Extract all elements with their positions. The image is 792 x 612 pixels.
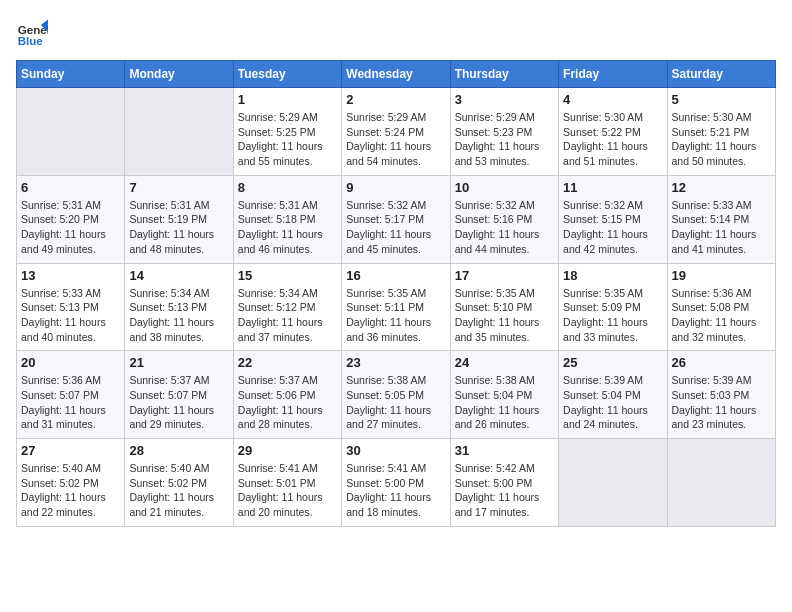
calendar-cell: 7Sunrise: 5:31 AMSunset: 5:19 PMDaylight… [125,175,233,263]
col-header-tuesday: Tuesday [233,61,341,88]
day-number: 29 [238,443,337,458]
calendar-cell: 28Sunrise: 5:40 AMSunset: 5:02 PMDayligh… [125,439,233,527]
col-header-friday: Friday [559,61,667,88]
calendar-cell: 12Sunrise: 5:33 AMSunset: 5:14 PMDayligh… [667,175,775,263]
calendar-week-4: 20Sunrise: 5:36 AMSunset: 5:07 PMDayligh… [17,351,776,439]
calendar-cell: 19Sunrise: 5:36 AMSunset: 5:08 PMDayligh… [667,263,775,351]
calendar-cell: 13Sunrise: 5:33 AMSunset: 5:13 PMDayligh… [17,263,125,351]
day-info: Sunrise: 5:38 AMSunset: 5:04 PMDaylight:… [455,373,554,432]
day-info: Sunrise: 5:37 AMSunset: 5:07 PMDaylight:… [129,373,228,432]
calendar-cell: 15Sunrise: 5:34 AMSunset: 5:12 PMDayligh… [233,263,341,351]
day-number: 2 [346,92,445,107]
day-number: 19 [672,268,771,283]
day-info: Sunrise: 5:32 AMSunset: 5:16 PMDaylight:… [455,198,554,257]
calendar-week-2: 6Sunrise: 5:31 AMSunset: 5:20 PMDaylight… [17,175,776,263]
day-info: Sunrise: 5:40 AMSunset: 5:02 PMDaylight:… [21,461,120,520]
day-number: 22 [238,355,337,370]
day-info: Sunrise: 5:36 AMSunset: 5:07 PMDaylight:… [21,373,120,432]
day-number: 8 [238,180,337,195]
day-info: Sunrise: 5:35 AMSunset: 5:10 PMDaylight:… [455,286,554,345]
calendar-cell: 23Sunrise: 5:38 AMSunset: 5:05 PMDayligh… [342,351,450,439]
calendar-cell: 26Sunrise: 5:39 AMSunset: 5:03 PMDayligh… [667,351,775,439]
calendar-cell: 2Sunrise: 5:29 AMSunset: 5:24 PMDaylight… [342,88,450,176]
logo: General Blue [16,16,52,48]
day-info: Sunrise: 5:32 AMSunset: 5:17 PMDaylight:… [346,198,445,257]
logo-icon: General Blue [16,16,48,48]
calendar-cell: 9Sunrise: 5:32 AMSunset: 5:17 PMDaylight… [342,175,450,263]
calendar-cell: 10Sunrise: 5:32 AMSunset: 5:16 PMDayligh… [450,175,558,263]
day-info: Sunrise: 5:35 AMSunset: 5:09 PMDaylight:… [563,286,662,345]
day-number: 30 [346,443,445,458]
day-number: 20 [21,355,120,370]
calendar-cell: 22Sunrise: 5:37 AMSunset: 5:06 PMDayligh… [233,351,341,439]
col-header-monday: Monday [125,61,233,88]
day-number: 18 [563,268,662,283]
day-info: Sunrise: 5:34 AMSunset: 5:13 PMDaylight:… [129,286,228,345]
calendar-cell: 1Sunrise: 5:29 AMSunset: 5:25 PMDaylight… [233,88,341,176]
calendar-cell: 27Sunrise: 5:40 AMSunset: 5:02 PMDayligh… [17,439,125,527]
day-number: 25 [563,355,662,370]
day-info: Sunrise: 5:38 AMSunset: 5:05 PMDaylight:… [346,373,445,432]
day-info: Sunrise: 5:30 AMSunset: 5:22 PMDaylight:… [563,110,662,169]
day-number: 27 [21,443,120,458]
day-info: Sunrise: 5:31 AMSunset: 5:19 PMDaylight:… [129,198,228,257]
calendar-cell: 25Sunrise: 5:39 AMSunset: 5:04 PMDayligh… [559,351,667,439]
calendar-cell: 4Sunrise: 5:30 AMSunset: 5:22 PMDaylight… [559,88,667,176]
calendar-cell: 21Sunrise: 5:37 AMSunset: 5:07 PMDayligh… [125,351,233,439]
page-header: General Blue [16,16,776,48]
calendar-cell: 6Sunrise: 5:31 AMSunset: 5:20 PMDaylight… [17,175,125,263]
day-number: 15 [238,268,337,283]
calendar-cell [559,439,667,527]
day-info: Sunrise: 5:40 AMSunset: 5:02 PMDaylight:… [129,461,228,520]
day-info: Sunrise: 5:39 AMSunset: 5:04 PMDaylight:… [563,373,662,432]
day-info: Sunrise: 5:41 AMSunset: 5:01 PMDaylight:… [238,461,337,520]
day-info: Sunrise: 5:41 AMSunset: 5:00 PMDaylight:… [346,461,445,520]
svg-text:Blue: Blue [18,35,44,47]
calendar-cell: 11Sunrise: 5:32 AMSunset: 5:15 PMDayligh… [559,175,667,263]
day-number: 1 [238,92,337,107]
day-number: 21 [129,355,228,370]
day-number: 23 [346,355,445,370]
day-info: Sunrise: 5:29 AMSunset: 5:23 PMDaylight:… [455,110,554,169]
calendar-cell: 3Sunrise: 5:29 AMSunset: 5:23 PMDaylight… [450,88,558,176]
calendar-cell: 30Sunrise: 5:41 AMSunset: 5:00 PMDayligh… [342,439,450,527]
day-info: Sunrise: 5:39 AMSunset: 5:03 PMDaylight:… [672,373,771,432]
day-info: Sunrise: 5:31 AMSunset: 5:18 PMDaylight:… [238,198,337,257]
day-number: 9 [346,180,445,195]
calendar-cell: 18Sunrise: 5:35 AMSunset: 5:09 PMDayligh… [559,263,667,351]
day-number: 16 [346,268,445,283]
calendar-week-3: 13Sunrise: 5:33 AMSunset: 5:13 PMDayligh… [17,263,776,351]
calendar-cell: 24Sunrise: 5:38 AMSunset: 5:04 PMDayligh… [450,351,558,439]
calendar-cell: 8Sunrise: 5:31 AMSunset: 5:18 PMDaylight… [233,175,341,263]
day-number: 7 [129,180,228,195]
day-number: 6 [21,180,120,195]
calendar-cell [667,439,775,527]
calendar-cell [17,88,125,176]
day-info: Sunrise: 5:29 AMSunset: 5:24 PMDaylight:… [346,110,445,169]
day-info: Sunrise: 5:42 AMSunset: 5:00 PMDaylight:… [455,461,554,520]
col-header-thursday: Thursday [450,61,558,88]
calendar-cell: 17Sunrise: 5:35 AMSunset: 5:10 PMDayligh… [450,263,558,351]
day-number: 28 [129,443,228,458]
calendar-cell: 16Sunrise: 5:35 AMSunset: 5:11 PMDayligh… [342,263,450,351]
calendar-table: SundayMondayTuesdayWednesdayThursdayFrid… [16,60,776,527]
day-info: Sunrise: 5:32 AMSunset: 5:15 PMDaylight:… [563,198,662,257]
day-number: 26 [672,355,771,370]
day-number: 3 [455,92,554,107]
calendar-cell [125,88,233,176]
day-number: 11 [563,180,662,195]
calendar-cell: 31Sunrise: 5:42 AMSunset: 5:00 PMDayligh… [450,439,558,527]
day-number: 13 [21,268,120,283]
day-number: 4 [563,92,662,107]
day-number: 31 [455,443,554,458]
day-info: Sunrise: 5:36 AMSunset: 5:08 PMDaylight:… [672,286,771,345]
calendar-cell: 14Sunrise: 5:34 AMSunset: 5:13 PMDayligh… [125,263,233,351]
day-number: 12 [672,180,771,195]
day-info: Sunrise: 5:34 AMSunset: 5:12 PMDaylight:… [238,286,337,345]
calendar-cell: 29Sunrise: 5:41 AMSunset: 5:01 PMDayligh… [233,439,341,527]
day-number: 17 [455,268,554,283]
col-header-saturday: Saturday [667,61,775,88]
day-number: 10 [455,180,554,195]
day-info: Sunrise: 5:30 AMSunset: 5:21 PMDaylight:… [672,110,771,169]
col-header-sunday: Sunday [17,61,125,88]
